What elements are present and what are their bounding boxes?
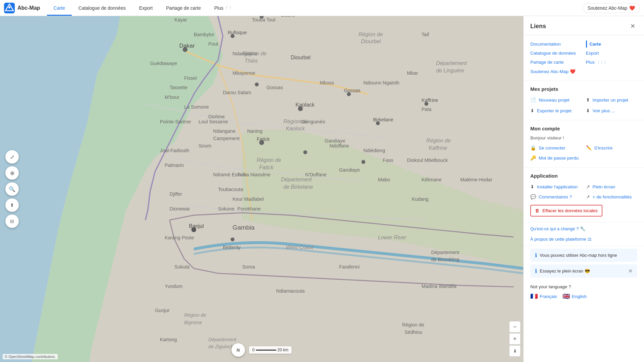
feedback-button[interactable]: 💬 Commentaires ? <box>530 193 582 201</box>
dismiss-fullscreen-info-button[interactable]: ✕ <box>628 268 633 274</box>
svg-text:Région de: Région de <box>359 32 383 37</box>
svg-text:Kartong: Kartong <box>160 337 177 342</box>
tab-plus[interactable]: Plus ⋮⋮ <box>208 0 239 16</box>
new-project-icon: 📄 <box>530 97 536 103</box>
login-button[interactable]: 🔒 Se connecter <box>530 144 582 152</box>
svg-text:Malème-Hodar: Malème-Hodar <box>460 177 492 182</box>
svg-text:Porokhane: Porokhane <box>237 206 261 212</box>
svg-text:Diohine: Diohine <box>208 114 225 119</box>
support-button[interactable]: Soutenez Abc-Map ❤️ <box>583 3 640 13</box>
plus-grid-icon: ⋮⋮ <box>225 6 232 10</box>
compass-button[interactable]: N <box>231 343 245 357</box>
svg-text:Kaolack: Kaolack <box>296 102 315 108</box>
svg-text:Campement: Campement <box>213 136 240 141</box>
language-options: 🇫🇷 Français 🇬🇧 English <box>530 293 637 300</box>
tab-carte[interactable]: Carte <box>47 0 72 16</box>
more-features-icon: ↗ <box>586 194 590 199</box>
location-tool-button[interactable]: ⊕ <box>5 166 19 180</box>
tab-partage[interactable]: Partage de carte <box>159 0 208 16</box>
svg-text:Ndiamacouta: Ndiamacouta <box>276 288 305 294</box>
projects-section-title: Mes projets <box>530 86 637 92</box>
svg-text:Kélimane: Kélimane <box>422 177 442 182</box>
panel-projects-section: Mes projets 📄 Nouveau projet ⬆ Importer … <box>524 81 644 120</box>
svg-text:Soum: Soum <box>199 143 211 148</box>
svg-text:Kayar: Kayar <box>174 17 187 22</box>
fullscreen-tool-button[interactable]: ⤢ <box>5 150 19 164</box>
more-features-button[interactable]: ↗ + de fonctionnalités <box>586 193 638 201</box>
language-title: Not your language ? <box>530 284 637 289</box>
new-project-button[interactable]: 📄 Nouveau projet <box>530 96 582 104</box>
svg-text:Kaolock: Kaolock <box>286 126 305 131</box>
nav-link-partage[interactable]: Partage de carte <box>530 59 582 66</box>
main-layout: Dakar Rufisque Thiès Touba Diourbel Kaol… <box>0 16 644 362</box>
svg-point-8 <box>255 82 259 86</box>
svg-text:Pointe-Sarène: Pointe-Sarène <box>160 119 191 124</box>
svg-text:Région de: Région de <box>184 312 206 318</box>
english-language-option[interactable]: 🇬🇧 English <box>562 293 587 300</box>
svg-text:Pata: Pata <box>422 107 432 112</box>
svg-text:Farafenni: Farafenni <box>339 264 360 269</box>
svg-text:Fatick: Fatick <box>257 136 270 142</box>
panel-close-button[interactable]: ✕ <box>628 21 637 31</box>
svg-text:Sukuta: Sukuta <box>174 264 190 269</box>
svg-text:Diourbel: Diourbel <box>291 55 311 60</box>
svg-point-2 <box>8 6 10 8</box>
navbar: Abc-Map Carte Catalogue de données Expor… <box>0 0 644 16</box>
svg-text:Gandiaye: Gandiaye <box>325 138 345 143</box>
svg-text:Guédiawaye: Guédiawaye <box>150 61 177 66</box>
svg-text:Naning: Naning <box>247 128 263 134</box>
tab-catalogue[interactable]: Catalogue de données <box>72 0 132 16</box>
see-more-icon: ⬇ <box>586 108 590 113</box>
nav-link-documentation[interactable]: Documentation <box>530 41 582 48</box>
import-project-button[interactable]: ⬆ Importer un projet <box>586 96 638 104</box>
svg-text:Tassette: Tassette <box>170 85 188 90</box>
register-button[interactable]: ✏️ S'inscrire <box>586 144 638 152</box>
map-area[interactable]: Dakar Rufisque Thiès Touba Diourbel Kaol… <box>0 16 523 362</box>
fullscreen-button[interactable]: ↗ Plein écran <box>586 183 638 191</box>
svg-text:Loul Sessene: Loul Sessene <box>199 119 228 124</box>
svg-text:Karang Poste: Karang Poste <box>165 235 194 240</box>
register-icon: ✏️ <box>586 145 592 150</box>
zoom-in-button[interactable]: + <box>509 333 521 345</box>
svg-text:de Bounkling: de Bounkling <box>431 257 459 262</box>
svg-text:Bignona: Bignona <box>184 320 202 325</box>
app-logo[interactable]: Abc-Map <box>4 3 40 13</box>
svg-text:Dakar: Dakar <box>179 42 195 49</box>
map-tools: ⤢ ⊕ 🔍 ⬆ ⊟ <box>5 150 19 228</box>
svg-text:N'Doffane: N'Doffane <box>305 172 327 177</box>
what-changed-link[interactable]: Qu'est-ce qui a changé ? 🔧 <box>530 226 585 231</box>
map-bottom-controls: N 0 20 km <box>231 343 291 357</box>
svg-text:Gossas: Gossas <box>344 88 361 93</box>
nav-link-catalogue[interactable]: Catalogue de données <box>530 50 582 57</box>
export-project-button[interactable]: ⬇ Exporter le projet <box>530 107 582 115</box>
install-icon: ⬇ <box>530 184 534 189</box>
see-more-projects-button[interactable]: ⬇ Voir plus ... <box>586 107 638 115</box>
svg-text:Mbayenne: Mbayenne <box>232 70 255 76</box>
zoom-out-button[interactable]: − <box>509 321 521 333</box>
install-app-button[interactable]: ⬇ Installer l'application <box>530 183 582 191</box>
nav-link-export[interactable]: Export <box>586 50 638 57</box>
nav-link-soutien[interactable]: Soutenez Abc-Map ❤️ <box>530 68 582 75</box>
delete-local-data-button[interactable]: 🗑 Effacer les données locales <box>530 205 602 217</box>
svg-text:Ndiounn Ngainth: Ndiounn Ngainth <box>363 80 399 85</box>
nav-tabs: Carte Catalogue de données Export Partag… <box>47 0 239 16</box>
about-icon: ⚖ <box>588 237 592 242</box>
svg-text:Mabo: Mabo <box>378 177 390 182</box>
tab-export[interactable]: Export <box>132 0 159 16</box>
svg-point-14 <box>303 150 307 154</box>
search-tool-button[interactable]: 🔍 <box>5 182 19 196</box>
nav-link-plus[interactable]: Plus ⋮⋮⋮ <box>586 59 638 66</box>
french-language-option[interactable]: 🇫🇷 Français <box>530 293 557 300</box>
svg-text:de Birkelane: de Birkelane <box>283 184 313 190</box>
svg-text:Département: Département <box>436 60 467 66</box>
search-tool-icon: 🔍 <box>9 186 15 192</box>
forgot-password-button[interactable]: 🔑 Mot de passe perdu <box>530 154 637 162</box>
layers-tool-button[interactable]: ⊟ <box>5 215 19 228</box>
upload-tool-button[interactable]: ⬆ <box>5 198 19 212</box>
zoom-in-icon: + <box>513 336 517 343</box>
nav-link-carte[interactable]: Carte <box>586 41 638 48</box>
zoom-download-button[interactable]: ⬇ <box>509 345 521 357</box>
svg-text:Région de: Région de <box>402 322 424 327</box>
svg-text:Ndangalma: Ndangalma <box>232 51 258 56</box>
about-platform-link[interactable]: À propos de cette plateforme ⚖ <box>530 237 592 242</box>
